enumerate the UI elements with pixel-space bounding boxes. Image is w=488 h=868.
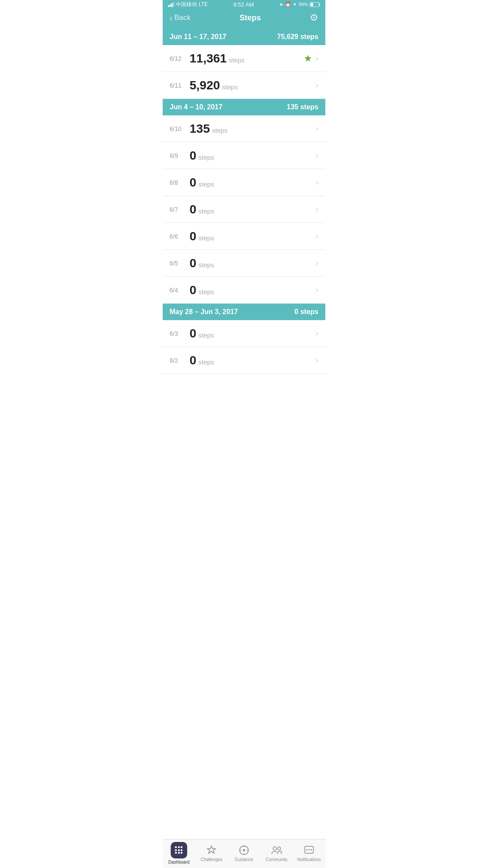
content-area: Jun 11 – 17, 2017 75,629 steps 6/12 11,3…: [163, 29, 325, 404]
bluetooth-icon: ✦: [293, 2, 297, 7]
day-date: 6/8: [170, 179, 186, 186]
nav-bar: ‹ Back Steps ⚙: [163, 9, 325, 29]
row-right: ›: [316, 356, 318, 365]
steps-label: steps: [199, 331, 214, 339]
day-date: 6/2: [170, 357, 186, 364]
location-icon: ➤: [279, 2, 283, 7]
page-title: Steps: [239, 13, 261, 23]
status-bar: 中国移动 LTE 9:52 AM ➤ ⏰ ✦ 39%: [163, 0, 325, 9]
week-total-3: 0 steps: [295, 308, 318, 316]
row-right: ›: [316, 259, 318, 268]
chevron-right-icon: ›: [316, 81, 318, 90]
day-row[interactable]: 6/6 0 steps ›: [163, 223, 325, 250]
week-header-2: Jun 4 – 10, 2017 135 steps: [163, 99, 325, 115]
steps-container: 0 steps: [190, 256, 316, 270]
day-date: 6/3: [170, 330, 186, 337]
chevron-right-icon: ›: [316, 356, 318, 365]
steps-label: steps: [199, 261, 214, 269]
steps-count: 0: [190, 203, 197, 216]
time-label: 9:52 AM: [233, 1, 254, 8]
week-label-1: Jun 11 – 17, 2017: [170, 33, 226, 41]
chevron-right-icon: ›: [316, 285, 318, 295]
chevron-left-icon: ‹: [170, 13, 173, 22]
carrier-label: 中国移动: [176, 1, 197, 8]
day-date: 6/11: [170, 82, 186, 89]
week-total-1: 75,629 steps: [277, 33, 318, 41]
steps-count: 0: [190, 149, 197, 163]
chevron-right-icon: ›: [316, 205, 318, 214]
day-row[interactable]: 6/10 135 steps ›: [163, 115, 325, 142]
steps-container: 0 steps: [190, 354, 316, 367]
chevron-right-icon: ›: [316, 232, 318, 241]
steps-label: steps: [199, 154, 214, 161]
day-row[interactable]: 6/7 0 steps ›: [163, 196, 325, 223]
steps-container: 0 steps: [190, 283, 316, 297]
steps-count: 0: [190, 256, 197, 270]
row-right: ›: [316, 329, 318, 338]
week-header-3: May 28 – Jun 3, 2017 0 steps: [163, 304, 325, 320]
alarm-icon: ⏰: [285, 2, 291, 7]
back-label: Back: [174, 13, 191, 22]
steps-container: 0 steps: [190, 149, 316, 163]
steps-container: 0 steps: [190, 229, 316, 243]
row-right: ›: [316, 124, 318, 133]
steps-container: 135 steps: [190, 122, 316, 136]
star-icon: ★: [304, 53, 312, 64]
status-left: 中国移动 LTE: [168, 1, 208, 8]
day-row[interactable]: 6/5 0 steps ›: [163, 250, 325, 277]
day-row[interactable]: 6/9 0 steps ›: [163, 142, 325, 169]
steps-container: 0 steps: [190, 327, 316, 341]
steps-label: steps: [229, 56, 245, 64]
steps-count: 5,920: [190, 79, 220, 92]
day-date: 6/4: [170, 287, 186, 294]
steps-label: steps: [199, 234, 214, 242]
chevron-right-icon: ›: [316, 54, 318, 63]
settings-button[interactable]: ⚙: [310, 12, 318, 23]
day-row[interactable]: 6/12 11,361 steps ★ ›: [163, 45, 325, 72]
row-right: ★ ›: [304, 53, 318, 64]
steps-container: 5,920 steps: [190, 79, 316, 92]
week-total-2: 135 steps: [287, 103, 318, 111]
row-right: ›: [316, 232, 318, 241]
battery-icon: [310, 2, 320, 7]
steps-count: 0: [190, 229, 197, 243]
steps-count: 0: [190, 354, 197, 367]
steps-label: steps: [199, 288, 214, 295]
chevron-right-icon: ›: [316, 259, 318, 268]
steps-container: 11,361 steps: [190, 52, 304, 66]
row-right: ›: [316, 285, 318, 295]
week-label-3: May 28 – Jun 3, 2017: [170, 308, 238, 316]
status-right: ➤ ⏰ ✦ 39%: [279, 2, 320, 7]
steps-count: 0: [190, 327, 197, 341]
chevron-right-icon: ›: [316, 178, 318, 187]
row-right: ›: [316, 205, 318, 214]
day-row[interactable]: 6/11 5,920 steps ›: [163, 72, 325, 99]
day-date: 6/5: [170, 260, 186, 267]
day-date: 6/10: [170, 125, 186, 132]
steps-label: steps: [199, 180, 214, 188]
day-date: 6/6: [170, 233, 186, 240]
day-date: 6/7: [170, 206, 186, 213]
steps-label: steps: [212, 127, 228, 134]
steps-label: steps: [199, 207, 214, 215]
chevron-right-icon: ›: [316, 329, 318, 338]
day-row[interactable]: 6/2 0 steps ›: [163, 347, 325, 374]
steps-container: 0 steps: [190, 176, 316, 190]
day-row[interactable]: 6/8 0 steps ›: [163, 169, 325, 196]
steps-count: 11,361: [190, 52, 227, 66]
row-right: ›: [316, 151, 318, 160]
row-right: ›: [316, 81, 318, 90]
back-button[interactable]: ‹ Back: [170, 13, 190, 22]
steps-label: steps: [222, 83, 238, 91]
week-header-1: Jun 11 – 17, 2017 75,629 steps: [163, 29, 325, 45]
steps-count: 0: [190, 176, 197, 190]
chevron-right-icon: ›: [316, 124, 318, 133]
chevron-right-icon: ›: [316, 151, 318, 160]
battery-pct-label: 39%: [298, 2, 308, 7]
network-label: LTE: [199, 1, 208, 7]
day-row[interactable]: 6/3 0 steps ›: [163, 320, 325, 347]
steps-count: 0: [190, 283, 197, 297]
day-row[interactable]: 6/4 0 steps ›: [163, 277, 325, 304]
signal-icon: [168, 2, 174, 7]
week-label-2: Jun 4 – 10, 2017: [170, 103, 223, 111]
